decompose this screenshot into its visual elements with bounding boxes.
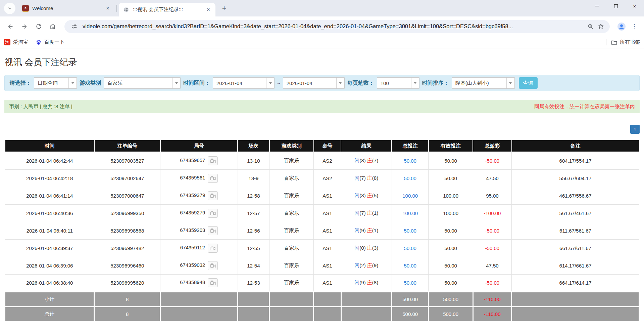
cell-table-no: AS1 <box>314 187 341 204</box>
minimize-button[interactable] <box>588 0 606 12</box>
profile-avatar[interactable] <box>616 21 627 32</box>
welcome-favicon-icon: ♠ <box>22 5 29 12</box>
cell-session: 12-53 <box>238 274 269 292</box>
all-bookmarks-button[interactable]: 所有书签 <box>611 39 640 45</box>
close-tab-icon[interactable]: × <box>205 6 212 13</box>
cell-time: 2026-01-04 06:39:06 <box>5 257 94 274</box>
cell-table-no: AS1 <box>314 274 341 292</box>
banker-result: 庄 <box>367 228 372 233</box>
chevron-down-icon <box>506 78 514 88</box>
bookmark-star-button[interactable] <box>596 22 606 32</box>
forward-button[interactable] <box>19 21 30 32</box>
video-replay-button[interactable] <box>208 156 218 165</box>
site-settings-button[interactable] <box>69 22 79 32</box>
new-tab-button[interactable]: + <box>219 3 230 14</box>
cell-valid-bet: 50.00 <box>429 169 473 187</box>
video-replay-button[interactable] <box>208 261 218 270</box>
video-replay-icon <box>210 246 215 251</box>
video-replay-button[interactable] <box>208 191 218 200</box>
banker-result: 庄 <box>367 193 372 198</box>
globe-icon <box>123 6 130 13</box>
chevron-down-icon <box>411 78 419 88</box>
cell-round-id: 674359203 <box>160 222 238 239</box>
footer-valid-bet: 500.00 <box>429 292 473 306</box>
tab-betrecord[interactable]: :::视讯 会员下注纪录::: × <box>119 3 215 16</box>
table-row: 2026-01-04 06:39:37523096997482674359112… <box>5 239 639 257</box>
column-header-7: 总投注 <box>392 140 429 152</box>
page-1-button[interactable]: 1 <box>630 125 640 134</box>
cell-session: 12-54 <box>238 257 269 274</box>
footer-payout: -110.00 <box>473 306 511 321</box>
total-bet-link[interactable]: 50.00 <box>404 228 416 234</box>
url-bar[interactable]: videoie.com/game/betrecord_search/kind3?… <box>64 20 610 33</box>
maximize-button[interactable] <box>606 0 625 12</box>
cell-valid-bet: 50.00 <box>429 152 473 169</box>
cell-total-bet: 50.00 <box>392 274 429 292</box>
video-replay-button[interactable] <box>208 278 218 287</box>
cell-payout: 95.00 <box>473 187 511 204</box>
cell-time: 2026-01-04 06:40:11 <box>5 222 94 239</box>
video-replay-button[interactable] <box>208 209 218 218</box>
round-id-text: 674358948 <box>180 279 205 285</box>
cell-game-kind: 百家乐 <box>269 257 314 274</box>
footer-label: 小计 <box>5 292 94 306</box>
taobao-icon: 淘 <box>4 39 10 45</box>
date-end-select[interactable]: 2026-01-04 <box>283 77 345 89</box>
video-replay-button[interactable] <box>208 226 218 235</box>
total-bet-link[interactable]: 100.00 <box>402 210 418 216</box>
refresh-button[interactable] <box>33 21 44 32</box>
total-bet-link[interactable]: 50.00 <box>404 263 416 269</box>
date-start-select[interactable]: 2026-01-04 <box>213 77 275 89</box>
query-type-select[interactable]: 日期查询 <box>34 77 77 89</box>
cell-result: 闲(0) 庄(3) <box>341 239 392 257</box>
home-button[interactable] <box>47 21 58 32</box>
folder-icon <box>611 40 617 45</box>
total-bet-link[interactable]: 50.00 <box>404 245 416 251</box>
cell-bet-id: 523096997482 <box>94 239 160 257</box>
cell-table-no: AS1 <box>314 239 341 257</box>
sort-label: 时间排序： <box>422 80 449 87</box>
url-text[interactable]: videoie.com/game/betrecord_search/kind3?… <box>83 23 586 30</box>
chevron-down-icon <box>336 78 344 88</box>
cell-round-id: 674359657 <box>160 152 238 169</box>
tab-welcome[interactable]: ♠ Welcome × <box>18 0 115 16</box>
page-content: 视讯 会员下注纪录 请选择： 日期查询 游戏类别 百家乐 时间区间： 2026-… <box>0 56 644 322</box>
total-bet-link[interactable]: 50.00 <box>404 280 416 286</box>
cell-total-bet: 100.00 <box>392 187 429 204</box>
star-icon <box>598 23 604 30</box>
cell-remark: 614.17/661.67 <box>512 257 639 274</box>
total-bet-link[interactable]: 50.00 <box>404 158 416 164</box>
per-page-select[interactable]: 100 <box>377 77 419 89</box>
summary-bar: 币别 : 人民币 | 总共 :8 注单 | 同局有效投注，统一计算在该局第一张注… <box>4 100 640 113</box>
back-arrow-icon <box>7 23 14 30</box>
cell-time: 2026-01-04 06:40:36 <box>5 204 94 222</box>
search-button[interactable]: 查询 <box>519 77 538 89</box>
cell-result: 闲(7) 庄(8) <box>341 169 392 187</box>
cell-time: 2026-01-04 06:38:40 <box>5 274 94 292</box>
video-replay-icon <box>210 158 216 163</box>
column-header-0: 时间 <box>5 140 94 152</box>
player-result: 闲 <box>354 245 359 251</box>
total-bet-link[interactable]: 50.00 <box>404 175 416 181</box>
footer-payout: -110.00 <box>473 292 511 306</box>
close-window-button[interactable]: × <box>625 0 644 12</box>
column-header-6: 结果 <box>341 140 392 152</box>
column-header-8: 有效投注 <box>429 140 473 152</box>
column-header-1: 注单编号 <box>94 140 160 152</box>
video-replay-button[interactable] <box>208 244 218 253</box>
browser-menu-button[interactable]: ⋮ <box>629 21 639 32</box>
sort-select[interactable]: 降幂(由大到小) <box>452 77 515 89</box>
bookmark-taobao[interactable]: 淘 爱淘宝 <box>4 39 28 45</box>
person-icon <box>617 22 626 31</box>
cell-valid-bet: 50.00 <box>429 239 473 257</box>
zoom-button[interactable] <box>586 22 596 32</box>
bookmark-baidu[interactable]: 百度一下 <box>36 39 64 45</box>
total-bet-link[interactable]: 100.00 <box>402 193 418 199</box>
tab-search-button[interactable] <box>4 3 15 14</box>
table-body: 2026-01-04 06:42:44523097003527674359657… <box>5 152 639 321</box>
back-button[interactable] <box>5 21 16 32</box>
game-kind-select[interactable]: 百家乐 <box>104 77 181 89</box>
cell-payout: 47.50 <box>473 169 511 187</box>
close-tab-icon[interactable]: × <box>104 5 111 12</box>
video-replay-button[interactable] <box>208 174 218 183</box>
